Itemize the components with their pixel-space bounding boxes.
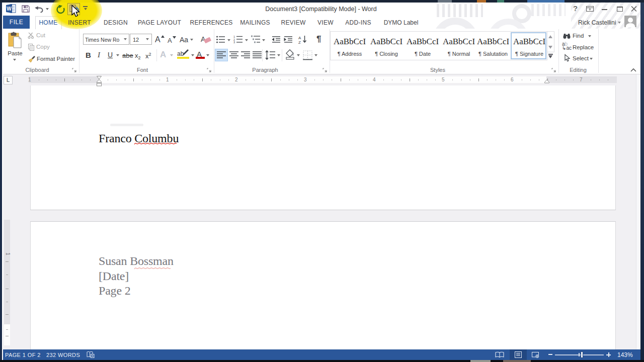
svg-text:W: W	[7, 6, 12, 12]
svg-text:A: A	[298, 36, 301, 40]
svg-text:3: 3	[233, 41, 235, 44]
svg-text:Z: Z	[298, 40, 301, 45]
